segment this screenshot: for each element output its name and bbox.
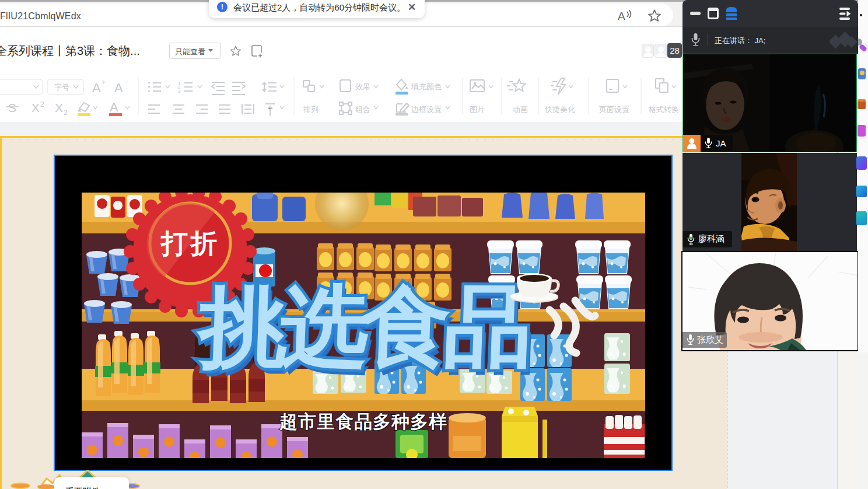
svg-text:组合: 组合: [355, 105, 370, 114]
svg-text:字号: 字号: [54, 83, 69, 92]
svg-text:+: +: [102, 78, 106, 86]
svg-text:S: S: [8, 101, 16, 114]
svg-text:格式转换: 格式转换: [649, 105, 679, 114]
svg-text:2: 2: [64, 109, 68, 117]
svg-text:−: −: [124, 78, 128, 86]
svg-text:图片: 图片: [470, 105, 485, 114]
svg-text:2: 2: [40, 100, 44, 109]
svg-text:排列: 排列: [303, 105, 318, 114]
svg-text:X: X: [32, 101, 40, 114]
svg-text:A: A: [618, 10, 625, 22]
svg-text:A: A: [110, 100, 118, 114]
svg-text:页面设置: 页面设置: [599, 105, 629, 114]
svg-text:A: A: [114, 81, 123, 95]
svg-text:挑选食品: 挑选食品: [194, 277, 529, 376]
svg-text:3: 3: [178, 89, 181, 94]
svg-text:A: A: [92, 81, 101, 95]
svg-text:填充颜色: 填充颜色: [411, 82, 442, 91]
svg-text:边框设置: 边框设置: [411, 105, 442, 114]
svg-text:X: X: [55, 101, 63, 114]
svg-text:动画: 动画: [513, 105, 528, 114]
svg-text:效果: 效果: [355, 82, 370, 91]
svg-text:快捷美化: 快捷美化: [544, 105, 575, 114]
svg-text:打折: 打折: [160, 228, 219, 259]
svg-text:超市里食品多种多样: 超市里食品多种多样: [279, 411, 447, 432]
